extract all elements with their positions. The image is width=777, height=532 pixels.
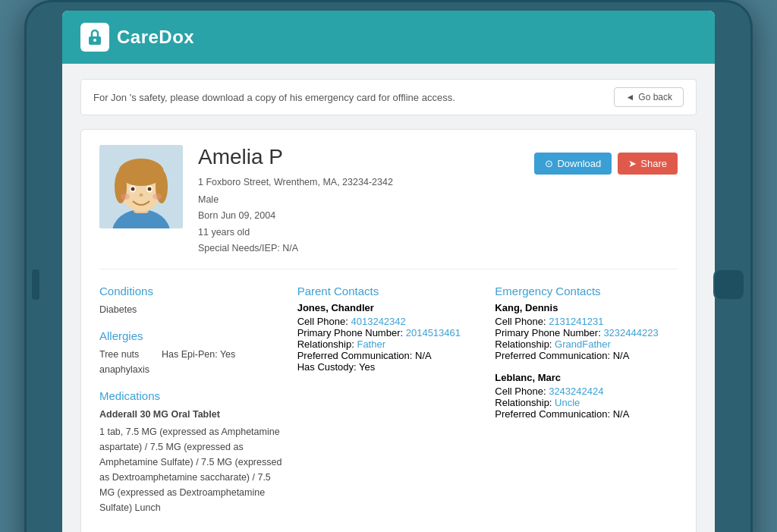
preferred-comm-label: Preferred Communication: N/A	[297, 350, 432, 361]
patient-special-needs: Special Needs/IEP: N/A	[198, 241, 534, 257]
cell-phone-label: Cell Phone:	[297, 316, 351, 327]
allergy-note: anaphylaxis	[99, 362, 149, 377]
home-button[interactable]	[713, 269, 745, 301]
download-button[interactable]: ⊙ Download	[534, 153, 612, 175]
lock-icon	[86, 28, 104, 46]
medication-description: 1 tab, 7.5 MG (expressed as Amphetamine …	[99, 424, 282, 515]
app-logo	[80, 23, 109, 52]
emergency-2-relationship: Relationship: Uncle	[495, 397, 678, 408]
emergency-2-relationship-value: Uncle	[555, 397, 580, 408]
allergy-item: Tree nuts anaphylaxis Has Epi-Pen: Yes	[99, 347, 282, 377]
allergies-section: Allergies Tree nuts anaphylaxis Has Epi-…	[99, 329, 282, 377]
custody-label: Has Custody: Yes	[297, 361, 376, 373]
side-button-left	[32, 269, 39, 300]
svg-point-1	[93, 39, 96, 42]
main-content: For Jon 's safety, please download a cop…	[62, 64, 715, 532]
patient-name: Amelia P	[198, 145, 534, 169]
banner: For Jon 's safety, please download a cop…	[80, 79, 697, 115]
tablet-inner: CareDox For Jon 's safety, please downlo…	[62, 11, 715, 532]
share-icon: ➤	[628, 158, 637, 169]
patient-dob: Born Jun 09, 2004	[198, 208, 534, 224]
parent-contacts-title: Parent Contacts	[297, 285, 480, 297]
emergency-1-cell: Cell Phone: 2131241231	[495, 316, 678, 327]
card-columns: Conditions Diabetes Allergies	[99, 285, 678, 527]
svg-point-13	[140, 194, 143, 197]
emergency-contacts-title: Emergency Contacts	[495, 285, 678, 297]
column-parent-contacts: Parent Contacts Jones, Chandler Cell Pho…	[297, 285, 480, 527]
allergy-name: Tree nuts	[99, 347, 149, 362]
emergency-contact-1-name: Kang, Dennis	[495, 302, 678, 313]
conditions-content: Diabetes	[99, 302, 282, 317]
emergency-1-relationship-value: GrandFather	[555, 338, 611, 350]
svg-point-11	[131, 187, 135, 191]
patient-card: Amelia P 1 Foxboro Street, Wrenthem, MA,…	[80, 129, 697, 532]
allergies-title: Allergies	[99, 329, 282, 342]
emergency-2-cell-value: 3243242424	[549, 386, 603, 397]
emergency-1-cell-value: 2131241231	[549, 316, 603, 327]
column-medical: Conditions Diabetes Allergies	[99, 285, 282, 527]
emergency-2-cell: Cell Phone: 3243242424	[495, 386, 678, 397]
allergies-content: Tree nuts anaphylaxis Has Epi-Pen: Yes	[99, 347, 282, 377]
svg-point-12	[148, 187, 152, 191]
parent-custody: Has Custody: Yes	[297, 361, 480, 373]
emergency-1-relationship: Relationship: GrandFather	[495, 338, 678, 350]
primary-phone-label: Primary Phone Number:	[297, 327, 406, 338]
epi-pen-status: Has Epi-Pen: Yes	[162, 347, 235, 377]
emergency-1-primary: Primary Phone Number: 3232444223	[495, 327, 678, 338]
emergency-1-primary-value: 3232444223	[603, 327, 658, 338]
app-header: CareDox	[62, 11, 715, 64]
emergency-contact-2-name: Leblanc, Marc	[495, 372, 678, 383]
allergy-details: Tree nuts anaphylaxis	[99, 347, 149, 377]
patient-info: 1 Foxboro Street, Wrenthem, MA, 23234-23…	[198, 177, 534, 257]
action-buttons-group: ⊙ Download ➤ Share	[534, 145, 678, 175]
patient-info-section: Amelia P 1 Foxboro Street, Wrenthem, MA,…	[183, 145, 534, 257]
parent-contact-name: Jones, Chandler	[297, 302, 480, 313]
parent-primary-phone: Primary Phone Number: 2014513461	[297, 327, 480, 338]
medication-name: Adderall 30 MG Oral Tablet	[99, 407, 282, 422]
svg-point-14	[121, 194, 130, 200]
condition-item: Diabetes	[99, 302, 282, 317]
medications-content: Adderall 30 MG Oral Tablet 1 tab, 7.5 MG…	[99, 407, 282, 515]
patient-age: 11 years old	[198, 225, 534, 241]
medication-item: Adderall 30 MG Oral Tablet 1 tab, 7.5 MG…	[99, 407, 282, 515]
go-back-button[interactable]: ◄ Go back	[614, 87, 684, 107]
patient-photo	[99, 145, 183, 228]
conditions-section: Conditions Diabetes	[99, 285, 282, 317]
parent-relationship-value: Father	[357, 338, 385, 350]
svg-point-15	[153, 194, 162, 200]
download-icon: ⊙	[545, 158, 553, 169]
tablet-frame: CareDox For Jon 's safety, please downlo…	[24, 0, 753, 532]
parent-relationship: Relationship: Father	[297, 338, 480, 350]
conditions-title: Conditions	[99, 285, 282, 297]
patient-address: 1 Foxboro Street, Wrenthem, MA, 23234-23…	[198, 177, 534, 187]
emergency-contact-1: Kang, Dennis Cell Phone: 2131241231 Prim…	[495, 302, 678, 361]
medications-section: Medications Adderall 30 MG Oral Tablet 1…	[99, 389, 282, 515]
emergency-1-preferred-comm: Preferred Communication: N/A	[495, 350, 678, 361]
column-emergency-contacts: Emergency Contacts Kang, Dennis Cell Pho…	[495, 285, 678, 527]
relationship-label: Relationship:	[297, 338, 357, 350]
patient-gender: Male	[198, 192, 534, 208]
banner-text: For Jon 's safety, please download a cop…	[93, 92, 455, 103]
parent-cell-phone: Cell Phone: 4013242342	[297, 316, 480, 327]
parent-contact-block: Jones, Chandler Cell Phone: 4013242342 P…	[297, 302, 480, 373]
back-arrow-icon: ◄	[625, 92, 634, 102]
patient-details: Male Born Jun 09, 2004 11 years old Spec…	[198, 192, 534, 257]
medications-title: Medications	[99, 389, 282, 402]
card-header-row: Amelia P 1 Foxboro Street, Wrenthem, MA,…	[99, 145, 678, 269]
emergency-2-preferred-comm: Preferred Communication: N/A	[495, 408, 678, 420]
emergency-contact-2: Leblanc, Marc Cell Phone: 3243242424 Rel…	[495, 372, 678, 420]
app-title: CareDox	[117, 27, 194, 48]
parent-preferred-comm: Preferred Communication: N/A	[297, 350, 480, 361]
parent-cell-phone-value: 4013242342	[351, 316, 405, 327]
share-button[interactable]: ➤ Share	[618, 153, 678, 175]
patient-avatar-svg	[99, 145, 183, 228]
parent-primary-phone-value: 2014513461	[406, 327, 461, 338]
